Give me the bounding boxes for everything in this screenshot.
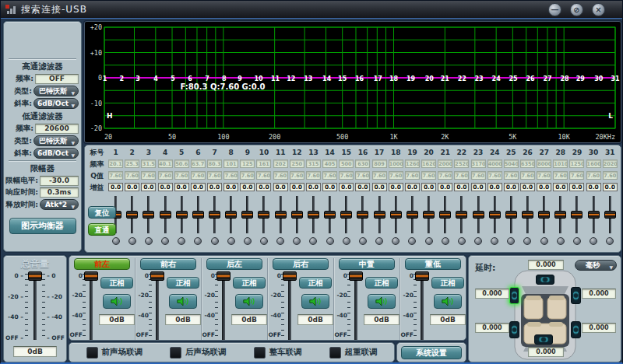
band-gain-slider[interactable]	[487, 196, 503, 233]
band-gain-slider[interactable]	[338, 196, 354, 233]
slider-handle[interactable]	[489, 211, 501, 219]
limiter-level-field[interactable]: -30.0 dBu	[40, 176, 79, 186]
band-select-knob[interactable]	[442, 237, 449, 245]
band-gain-field[interactable]: 0.0	[224, 183, 238, 191]
band-gain-field[interactable]: 0.0	[520, 183, 535, 191]
band-gain-field[interactable]: 0.0	[108, 183, 123, 191]
band-gain-field[interactable]: 0.0	[158, 183, 173, 191]
mute-button[interactable]	[169, 294, 197, 309]
mute-button[interactable]	[103, 294, 131, 309]
band-select-knob[interactable]	[590, 237, 597, 245]
channel-select-button[interactable]: 后右	[273, 258, 329, 270]
band-gain-field[interactable]: 0.0	[174, 183, 189, 191]
band-gain-slider[interactable]	[190, 196, 206, 233]
band-gain-slider[interactable]	[470, 196, 486, 233]
band-gain-slider[interactable]	[388, 196, 404, 233]
delay-front-right-field[interactable]: 0.000	[582, 289, 616, 299]
band-select-knob[interactable]	[112, 237, 120, 245]
band-gain-slider[interactable]	[289, 196, 305, 233]
band-select-knob[interactable]	[458, 237, 466, 245]
slider-handle[interactable]	[143, 211, 154, 219]
band-select-knob[interactable]	[557, 237, 565, 245]
band-select-knob[interactable]	[540, 237, 548, 245]
maximize-button[interactable]: ⊘	[570, 3, 583, 16]
channel-select-button[interactable]: 重低	[405, 258, 461, 270]
band-gain-field[interactable]: 0.0	[603, 183, 618, 191]
slider-handle[interactable]	[160, 211, 171, 219]
slider-handle[interactable]	[28, 271, 42, 281]
band-gain-field[interactable]: 0.0	[372, 183, 387, 191]
channel-select-button[interactable]: 后左	[206, 258, 262, 270]
band-gain-field[interactable]: 0.0	[553, 183, 568, 191]
mute-button[interactable]	[434, 294, 462, 309]
channel-volume-slider[interactable]	[284, 271, 295, 340]
slider-handle[interactable]	[126, 211, 138, 219]
band-gain-slider[interactable]	[536, 196, 552, 233]
delay-front-left-field[interactable]: 0.000	[475, 289, 509, 299]
slider-handle[interactable]	[225, 211, 237, 219]
slider-handle[interactable]	[407, 211, 418, 219]
band-select-knob[interactable]	[343, 237, 350, 245]
band-select-knob[interactable]	[408, 237, 416, 245]
channel-volume-slider[interactable]	[417, 271, 428, 340]
lpf-type-select[interactable]: 巴特沃斯	[33, 135, 79, 146]
slider-handle[interactable]	[439, 211, 451, 219]
slider-handle[interactable]	[340, 211, 352, 219]
slider-handle[interactable]	[604, 211, 616, 219]
band-gain-field[interactable]: 0.0	[405, 183, 420, 191]
checkbox[interactable]	[254, 347, 266, 359]
slider-handle[interactable]	[390, 211, 402, 219]
band-gain-slider[interactable]	[404, 196, 421, 233]
band-gain-slider[interactable]	[273, 196, 289, 233]
lpf-slope-select[interactable]: 6dB/Oct	[33, 148, 79, 159]
band-gain-slider[interactable]	[206, 196, 223, 233]
band-gain-slider[interactable]	[354, 196, 371, 233]
slider-handle[interactable]	[374, 211, 385, 219]
band-gain-slider[interactable]	[239, 196, 255, 233]
slider-handle[interactable]	[216, 271, 231, 281]
slider-handle[interactable]	[505, 211, 517, 219]
slider-handle[interactable]	[241, 211, 253, 219]
band-gain-slider[interactable]	[322, 196, 338, 233]
graphic-eq-button[interactable]: 图示均衡器	[9, 218, 76, 234]
slider-handle[interactable]	[192, 211, 204, 219]
band-gain-field[interactable]: 0.0	[322, 183, 337, 191]
slider-handle[interactable]	[423, 211, 435, 219]
band-select-knob[interactable]	[523, 237, 531, 245]
slider-handle[interactable]	[150, 271, 164, 281]
band-gain-field[interactable]: 0.0	[273, 183, 288, 191]
band-select-knob[interactable]	[359, 237, 367, 245]
band-select-knob[interactable]	[474, 237, 482, 245]
checkbox[interactable]	[329, 347, 341, 359]
hpf-type-select[interactable]: 巴特沃斯	[33, 86, 79, 96]
band-gain-field[interactable]: 0.0	[240, 183, 255, 191]
band-gain-slider[interactable]	[568, 196, 585, 233]
band-gain-field[interactable]: 0.0	[487, 183, 502, 191]
speaker-rear-center-icon[interactable]	[534, 334, 553, 345]
band-gain-field[interactable]: 0.0	[389, 183, 403, 191]
slider-handle[interactable]	[308, 211, 319, 219]
band-gain-field[interactable]: 0.0	[339, 183, 354, 191]
checkbox[interactable]	[170, 347, 181, 359]
band-select-knob[interactable]	[145, 237, 153, 245]
speaker-rear-left-icon[interactable]	[509, 321, 519, 338]
band-select-knob[interactable]	[260, 237, 268, 245]
band-select-knob[interactable]	[375, 237, 383, 245]
band-select-knob[interactable]	[606, 237, 614, 245]
minimize-button[interactable]: —	[548, 3, 561, 16]
hpf-freq-field[interactable]: OFF	[35, 74, 79, 84]
band-select-knob[interactable]	[491, 237, 498, 245]
band-gain-slider[interactable]	[453, 196, 470, 233]
eq-response-graph[interactable]: +20+100-10-2020501002005001K2K5K10K20KHz…	[85, 22, 621, 142]
slider-handle[interactable]	[291, 211, 303, 219]
speaker-front-center-icon[interactable]	[536, 275, 554, 285]
channel-select-button[interactable]: 中置	[339, 258, 395, 270]
slider-handle[interactable]	[349, 271, 363, 281]
mute-button[interactable]	[368, 294, 396, 309]
band-gain-slider[interactable]	[140, 196, 157, 233]
band-gain-field[interactable]: 0.0	[537, 183, 551, 191]
slider-handle[interactable]	[473, 211, 484, 219]
band-gain-field[interactable]: 0.0	[355, 183, 370, 191]
band-gain-field[interactable]: 0.0	[256, 183, 271, 191]
slider-handle[interactable]	[554, 211, 566, 219]
